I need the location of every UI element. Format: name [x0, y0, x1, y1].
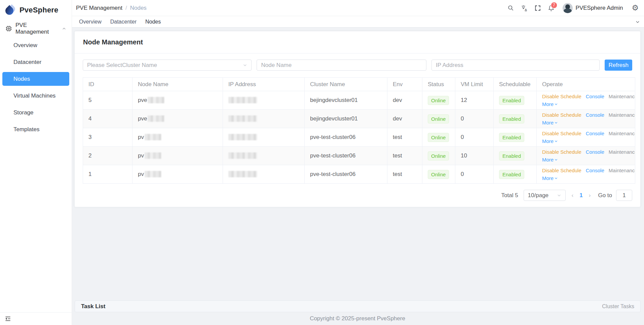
- sidebar-item-nodes[interactable]: Nodes: [2, 72, 69, 86]
- console-link[interactable]: Console: [586, 168, 604, 173]
- redacted-node-name: [145, 171, 161, 177]
- node-name-input[interactable]: [257, 60, 426, 71]
- column-header: Operate: [537, 78, 635, 91]
- column-header: Cluster Name: [305, 78, 387, 91]
- console-link[interactable]: Console: [586, 149, 604, 155]
- cell-node-name: pv: [132, 128, 223, 147]
- maintenance-link[interactable]: Maintenance: [609, 94, 635, 99]
- cell-id: 3: [83, 128, 132, 147]
- sidebar-item-label: Virtual Machines: [13, 93, 55, 99]
- more-chevron-down-icon: [554, 139, 558, 143]
- disable-schedule-link[interactable]: Disable Schedule: [542, 168, 581, 173]
- cell-status: Online: [422, 128, 455, 147]
- cell-operate: Disable ScheduleConsoleMaintenance More: [537, 110, 635, 128]
- cluster-tasks-link[interactable]: Cluster Tasks: [602, 303, 634, 310]
- user-name: PVESphere Admin: [576, 5, 623, 11]
- cell-cluster-name: bejingdevcluster01: [305, 91, 387, 110]
- sidebar-item-templates[interactable]: Templates: [0, 121, 72, 138]
- sidebar-group-pve-management[interactable]: PVE Management: [0, 20, 72, 37]
- redacted-ip-address: [228, 152, 257, 159]
- more-link[interactable]: More: [542, 156, 558, 164]
- more-link[interactable]: More: [542, 137, 558, 145]
- more-link[interactable]: More: [542, 100, 558, 108]
- sidebar-item-storage[interactable]: Storage: [0, 104, 72, 121]
- sidebar-item-label: Overview: [13, 42, 37, 49]
- console-link[interactable]: Console: [586, 131, 604, 136]
- cell-schedulable: Enabled: [494, 110, 537, 128]
- page-size-select[interactable]: 10/page: [524, 190, 566, 201]
- maintenance-link[interactable]: Maintenance: [609, 131, 635, 136]
- current-page-button[interactable]: 1: [576, 192, 586, 199]
- more-label: More: [542, 156, 554, 164]
- settings-gear-icon[interactable]: ⚙: [632, 4, 639, 12]
- sidebar-footer: [0, 312, 72, 325]
- disable-schedule-link[interactable]: Disable Schedule: [542, 131, 581, 136]
- cell-ip-address: [223, 110, 305, 128]
- tab-overview[interactable]: Overview: [75, 19, 106, 25]
- task-list-bar[interactable]: Task List Cluster Tasks: [75, 300, 641, 312]
- disable-schedule-link[interactable]: Disable Schedule: [542, 94, 581, 99]
- sidebar-item-label: Nodes: [13, 76, 30, 82]
- translate-icon[interactable]: A: [518, 0, 531, 16]
- sidebar-item-label: Datacenter: [13, 59, 41, 66]
- maintenance-link[interactable]: Maintenance: [609, 168, 635, 173]
- app-title: PveSphere: [20, 6, 59, 14]
- cell-cluster-name: bejingdevcluster01: [305, 110, 387, 128]
- cpu-icon: [5, 25, 12, 32]
- table-row: 3 pv pve-test-cluster06 test Online 0 En…: [83, 128, 635, 147]
- tabs-chevron-down-icon[interactable]: [635, 20, 644, 24]
- sidebar-item-label: Templates: [13, 126, 39, 133]
- collapse-sidebar-icon[interactable]: [5, 316, 11, 322]
- fullscreen-icon[interactable]: [531, 0, 544, 16]
- next-page-button[interactable]: ›: [586, 192, 594, 199]
- avatar: [563, 3, 573, 13]
- tab-datacenter[interactable]: Datacenter: [106, 19, 141, 25]
- cell-status: Online: [422, 91, 455, 110]
- schedulable-badge: Enabled: [499, 114, 524, 123]
- node-name-prefix: pv: [138, 171, 144, 177]
- user-menu[interactable]: PVESphere Admin: [563, 3, 623, 13]
- sidebar-item-virtual-machines[interactable]: Virtual Machines: [0, 87, 72, 104]
- tab-nodes[interactable]: Nodes: [141, 19, 165, 25]
- console-link[interactable]: Console: [586, 94, 604, 99]
- refresh-button[interactable]: Refresh: [605, 60, 632, 71]
- disable-schedule-link[interactable]: Disable Schedule: [542, 149, 581, 155]
- maintenance-link[interactable]: Maintenance: [609, 112, 635, 118]
- cell-schedulable: Enabled: [494, 128, 537, 147]
- status-badge: Online: [428, 170, 449, 179]
- schedulable-badge: Enabled: [499, 170, 524, 179]
- cell-operate: Disable ScheduleConsoleMaintenance More: [537, 147, 635, 165]
- more-link[interactable]: More: [542, 119, 558, 127]
- cluster-name-select[interactable]: Please SelectCluster Name: [83, 60, 252, 71]
- disable-schedule-link[interactable]: Disable Schedule: [542, 112, 581, 118]
- cell-vm-limit: 0: [455, 110, 494, 128]
- notification-badge: 7: [551, 2, 557, 8]
- node-name-prefix: pve: [138, 115, 147, 122]
- goto-label: Go to: [598, 192, 612, 199]
- cell-schedulable: Enabled: [494, 165, 537, 184]
- table-header-row: IDNode NameIP AddressCluster NameEnvStat…: [83, 78, 635, 91]
- console-link[interactable]: Console: [586, 112, 604, 118]
- search-icon[interactable]: [504, 0, 518, 16]
- main-column: PVE Management / Nodes A: [72, 0, 644, 325]
- sidebar-item-overview[interactable]: Overview: [0, 37, 72, 54]
- more-chevron-down-icon: [554, 121, 558, 124]
- breadcrumb-root[interactable]: PVE Management: [76, 5, 122, 11]
- schedulable-badge: Enabled: [499, 96, 524, 105]
- notification-bell-icon[interactable]: 7: [544, 0, 558, 16]
- sidebar-item-datacenter[interactable]: Datacenter: [0, 54, 72, 71]
- ip-address-input[interactable]: [431, 60, 600, 71]
- cell-ip-address: [223, 147, 305, 165]
- breadcrumb: PVE Management / Nodes: [76, 5, 147, 11]
- node-management-card: Node Management Please SelectCluster Nam…: [74, 31, 641, 207]
- table-row: 5 pve bejingdevcluster01 dev Online 12 E…: [83, 91, 635, 110]
- more-link[interactable]: More: [542, 174, 558, 182]
- maintenance-link[interactable]: Maintenance: [609, 149, 635, 155]
- redacted-node-name: [148, 97, 164, 103]
- prev-page-button[interactable]: ‹: [569, 192, 576, 199]
- cluster-select-placeholder: Please SelectCluster Name: [87, 62, 157, 69]
- tabs: OverviewDatacenterNodes: [75, 19, 165, 25]
- redacted-ip-address: [228, 171, 257, 177]
- goto-page-input[interactable]: [616, 190, 632, 201]
- column-header: VM Limit: [455, 78, 494, 91]
